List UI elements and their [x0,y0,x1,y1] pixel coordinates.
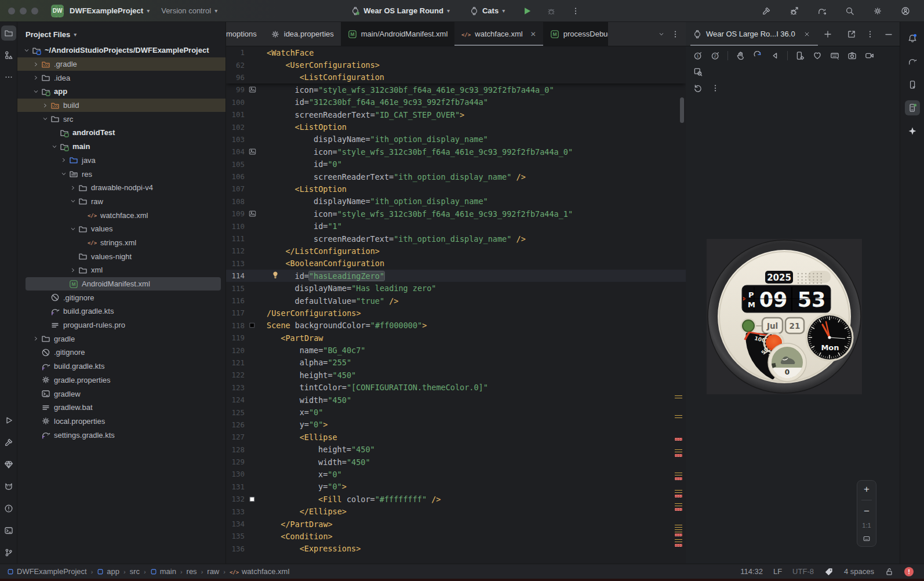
line-number[interactable]: 121 [226,358,246,367]
warning-stripe-mark[interactable] [675,529,682,532]
tree-item-.idea[interactable]: .idea [17,71,225,85]
warning-stripe-mark[interactable] [675,473,682,475]
tree-item-main[interactable]: main [17,140,225,154]
error-stripe-mark[interactable] [675,454,682,457]
code-line-106[interactable]: 106screenReaderText="ith_option_display_… [226,170,686,183]
line-number[interactable]: 103 [226,135,246,144]
window-controls[interactable] [0,8,46,14]
line-number[interactable]: 126 [226,420,246,429]
code-line-109[interactable]: 109icon="style_wfs_312c30bf_f64a_461e_9c… [226,208,686,220]
build-tool-icon[interactable] [1,435,16,450]
breadcrumb-item-app[interactable]: app [97,567,119,576]
running-devices-icon[interactable] [905,100,920,115]
version-control-tool-icon[interactable] [1,545,16,560]
color-preview-white-icon[interactable] [246,496,259,503]
tree-item-.gitignore[interactable]: .gitignore [17,290,225,304]
highlight-level-icon[interactable] [824,567,834,576]
line-number[interactable]: 125 [226,408,246,417]
tree-item-proguard-rules.pro[interactable]: proguard-rules.pro [17,318,225,332]
code-line-135[interactable]: 135<Condition> [226,530,686,542]
breadcrumb-item-main[interactable]: main [150,567,176,576]
code-line-119[interactable]: 119<PartDraw [226,332,686,344]
line-number[interactable]: 102 [226,123,246,132]
line-number[interactable]: 106 [226,172,246,181]
tree-item--androidstudioprojects-dwfexampleproject[interactable]: ~/AndroidStudioProjects/DWFExampleProjec… [17,43,225,57]
chevron-right-icon[interactable] [59,157,68,164]
error-notification-badge[interactable]: ! [904,567,914,576]
more-options-icon[interactable] [864,27,876,41]
code-line-134[interactable]: 134</PartDraw> [226,518,686,530]
zoom-fit-button[interactable] [863,535,871,543]
tree-item-java[interactable]: java [17,154,225,168]
screenshot-icon[interactable] [845,49,860,63]
code-line-111[interactable]: 111screenReaderText="ith_option_display_… [226,233,686,245]
editor-tab-main-androidmanifest.xml[interactable]: Mmain/AndroidManifest.xml [341,22,455,46]
tree-item-build.gradle.kts[interactable]: build.gradle.kts [17,304,225,318]
line-number[interactable]: 130 [226,470,246,478]
code-line-125[interactable]: 125x="0" [226,406,686,418]
line-number[interactable]: 132 [226,495,246,503]
line-number[interactable]: 131 [226,482,246,491]
add-device-tab-button[interactable] [821,27,834,41]
breadcrumb-item-watchface.xml[interactable]: </>watchface.xml [230,567,289,576]
tree-item-gradlew[interactable]: gradlew [17,387,225,401]
profiler-icon[interactable] [786,3,802,19]
project-selector[interactable]: DWFExampleProject ▾ [64,3,155,19]
sticky-line-62[interactable]: 62<UserConfigurations> [226,59,686,71]
chevron-right-icon[interactable] [31,335,41,342]
code-line-101[interactable]: 101screenReaderText="ID_CAT_STEP_OVER"> [226,108,686,121]
settings-icon[interactable] [870,3,886,19]
device-manager-icon[interactable] [905,77,920,92]
tree-item-values-night[interactable]: values-night [17,249,225,263]
code-editor[interactable]: 1<WatchFace62<UserConfigurations>96<List… [226,46,686,564]
code-line-115[interactable]: 115displayName="Has leading zero" [226,282,686,294]
tree-item-gradle[interactable]: gradle [17,332,225,346]
tree-item-raw[interactable]: raw [17,195,225,209]
debug-button[interactable] [543,3,559,19]
lock-open-icon[interactable] [885,567,894,576]
code-line-123[interactable]: 123tintColor="[CONFIGURATION.themeColor.… [226,382,686,394]
device-display-area[interactable]: 2025 P M 09 53 [707,239,862,394]
palm-icon[interactable] [733,49,748,63]
tree-item-res[interactable]: res [17,167,225,181]
code-line-120[interactable]: 120name="BG_40c7" [226,344,686,356]
breadcrumb-item-src[interactable]: src [130,567,140,576]
hardware-button-2-icon[interactable]: 2 [708,49,723,63]
tree-item-local.properties[interactable]: local.properties [17,415,225,429]
line-number[interactable]: 136 [226,544,246,553]
warning-stripe-mark[interactable] [675,395,682,398]
image-resource-gutter-icon[interactable] [246,86,259,93]
code-line-103[interactable]: 103displayName="ith_option_display_name" [226,133,686,146]
line-number[interactable]: 117 [226,308,246,317]
tree-item-drawable-nodpi-v4[interactable]: drawable-nodpi-v4 [17,181,225,195]
warning-stripe-mark[interactable] [675,525,682,528]
structure-tool-icon[interactable] [1,48,16,63]
line-number[interactable]: 114 [226,271,246,280]
error-stripe-mark[interactable] [675,544,682,547]
line-number[interactable]: 104 [226,147,246,156]
close-window-button[interactable] [8,8,15,14]
code-line-124[interactable]: 124width="450" [226,394,686,406]
code-line-122[interactable]: 122height="450" [226,369,686,381]
account-icon[interactable] [897,3,914,19]
tree-item-app[interactable]: app [17,85,225,99]
line-number[interactable]: 110 [226,222,246,231]
hide-panel-icon[interactable] [882,27,895,41]
problems-tool-icon[interactable] [1,501,16,516]
close-icon[interactable] [799,27,814,41]
zoom-in-button[interactable]: + [864,484,870,494]
warning-stripe-mark[interactable] [675,490,682,493]
logcat-tool-icon[interactable] [1,479,16,494]
error-stripe-mark[interactable] [675,495,682,498]
chevron-down-icon[interactable] [68,226,78,233]
tree-item-androidmanifest.xml[interactable]: MAndroidManifest.xml [17,277,225,291]
line-number[interactable]: 116 [226,296,246,305]
code-line-112[interactable]: 112</ListConfiguration> [226,245,686,257]
code-line-129[interactable]: 129width="450" [226,456,686,468]
code-line-102[interactable]: 102<ListOption [226,121,686,133]
indent-setting[interactable]: 4 spaces [844,567,874,576]
line-number[interactable]: 105 [226,160,246,169]
chevron-down-icon[interactable] [59,170,68,177]
intention-bulb-icon[interactable] [271,271,279,279]
device-tab[interactable]: Wear OS Large Ro...I 36.0 [693,22,816,46]
